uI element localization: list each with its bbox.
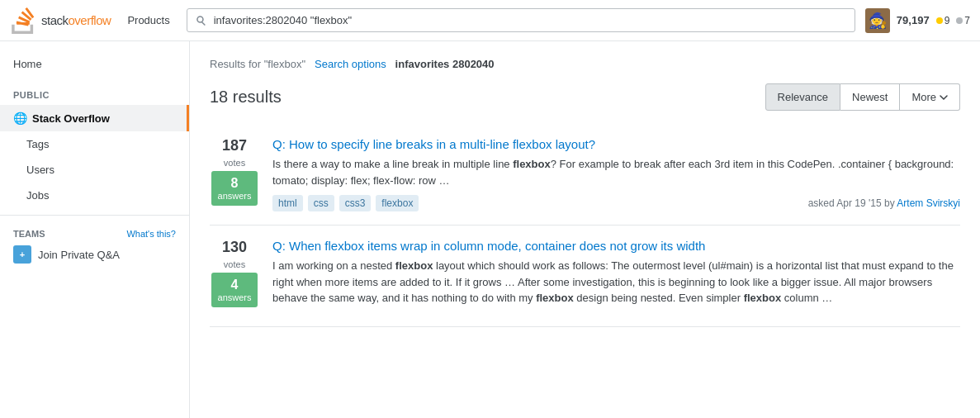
header: stackoverflow Products 🧙 79,197 9 7 bbox=[0, 0, 980, 41]
question-title[interactable]: Q: When flexbox items wrap in column mod… bbox=[272, 239, 960, 253]
vote-count: 130 bbox=[222, 239, 247, 256]
whats-this-link[interactable]: What's this? bbox=[126, 229, 176, 239]
tag-html[interactable]: html bbox=[272, 195, 303, 211]
results-header: Results for "flexbox" Search options inf… bbox=[210, 58, 960, 111]
main-layout: Home PUBLIC 🌐 Stack Overflow Tags Users … bbox=[0, 41, 980, 418]
question-title[interactable]: Q: How to specify line breaks in a multi… bbox=[272, 137, 960, 151]
globe-icon: 🌐 bbox=[13, 112, 27, 125]
answers-badge: 4 answers bbox=[211, 273, 258, 307]
vote-count: 187 bbox=[222, 137, 247, 154]
sort-buttons: Relevance Newest More bbox=[765, 83, 960, 111]
avatar[interactable]: 🧙 bbox=[865, 8, 890, 33]
search-options-link[interactable]: Search options bbox=[315, 58, 386, 70]
question-item: 187 votes 8 answers Q: How to specify li… bbox=[210, 124, 960, 226]
logo-area[interactable]: stackoverflow bbox=[10, 7, 111, 34]
q-excerpt: Is there a way to make a line break in m… bbox=[272, 156, 960, 188]
results-count-bar: 18 results Relevance Newest More bbox=[210, 83, 960, 111]
votes-label: votes bbox=[224, 259, 245, 269]
search-input[interactable] bbox=[214, 14, 846, 26]
q-meta: asked Apr 19 '15 by Artem Svirskyi bbox=[808, 197, 960, 209]
reputation-score: 79,197 bbox=[897, 14, 930, 26]
tag-flexbox[interactable]: flexbox bbox=[376, 195, 419, 211]
answers-count: 8 bbox=[218, 176, 252, 191]
answers-label-text: answers bbox=[218, 292, 252, 302]
teams-section: TEAMS What's this? + Join Private Q&A bbox=[0, 215, 189, 277]
q-excerpt: I am working on a nested flexbox layout … bbox=[272, 258, 960, 306]
tag-css[interactable]: css bbox=[308, 195, 334, 211]
logo-text: stackoverflow bbox=[41, 13, 111, 27]
teams-header: TEAMS What's this? bbox=[13, 229, 176, 239]
sort-newest-button[interactable]: Newest bbox=[840, 83, 900, 111]
sidebar-item-users[interactable]: Users bbox=[0, 157, 189, 183]
gold-badge: 9 bbox=[936, 15, 950, 26]
products-button[interactable]: Products bbox=[121, 11, 176, 30]
join-icon: + bbox=[13, 245, 31, 264]
content-area: Results for "flexbox" Search options inf… bbox=[190, 41, 980, 418]
search-bar bbox=[187, 8, 855, 32]
answers-label-text: answers bbox=[218, 191, 252, 201]
q-stats: 187 votes 8 answers bbox=[210, 137, 259, 211]
results-count: 18 results bbox=[210, 88, 282, 107]
sidebar-item-jobs[interactable]: Jobs bbox=[0, 183, 189, 208]
user-area: 🧙 79,197 9 7 bbox=[865, 8, 970, 33]
q-stats: 130 votes 4 answers bbox=[210, 239, 259, 313]
sidebar-item-tags[interactable]: Tags bbox=[0, 131, 189, 157]
votes-label: votes bbox=[224, 158, 245, 168]
q-body: Q: How to specify line breaks in a multi… bbox=[272, 137, 960, 211]
sidebar: Home PUBLIC 🌐 Stack Overflow Tags Users … bbox=[0, 41, 190, 418]
answers-count: 4 bbox=[218, 278, 252, 292]
q-tags-meta: html css css3 flexbox asked Apr 19 '15 b… bbox=[272, 195, 960, 211]
stackoverflow-logo-icon bbox=[10, 7, 36, 34]
silver-badge: 7 bbox=[956, 15, 970, 26]
search-icon bbox=[196, 15, 207, 26]
sort-more-button[interactable]: More bbox=[900, 83, 960, 111]
sort-relevance-button[interactable]: Relevance bbox=[765, 83, 840, 111]
join-private-qa[interactable]: + Join Private Q&A bbox=[13, 245, 176, 264]
sidebar-item-stackoverflow[interactable]: 🌐 Stack Overflow bbox=[0, 105, 189, 131]
question-item: 130 votes 4 answers Q: When flexbox item… bbox=[210, 226, 960, 327]
teams-label: TEAMS bbox=[13, 229, 45, 239]
q-body: Q: When flexbox items wrap in column mod… bbox=[272, 239, 960, 313]
tag-css3[interactable]: css3 bbox=[339, 195, 372, 211]
sidebar-item-home[interactable]: Home bbox=[0, 51, 189, 77]
author-link[interactable]: Artem Svirskyi bbox=[897, 197, 960, 209]
answers-badge: 8 answers bbox=[211, 171, 258, 206]
sidebar-section-public: PUBLIC bbox=[0, 77, 189, 105]
results-info: Results for "flexbox" Search options inf… bbox=[210, 58, 960, 70]
chevron-down-icon bbox=[940, 93, 948, 102]
